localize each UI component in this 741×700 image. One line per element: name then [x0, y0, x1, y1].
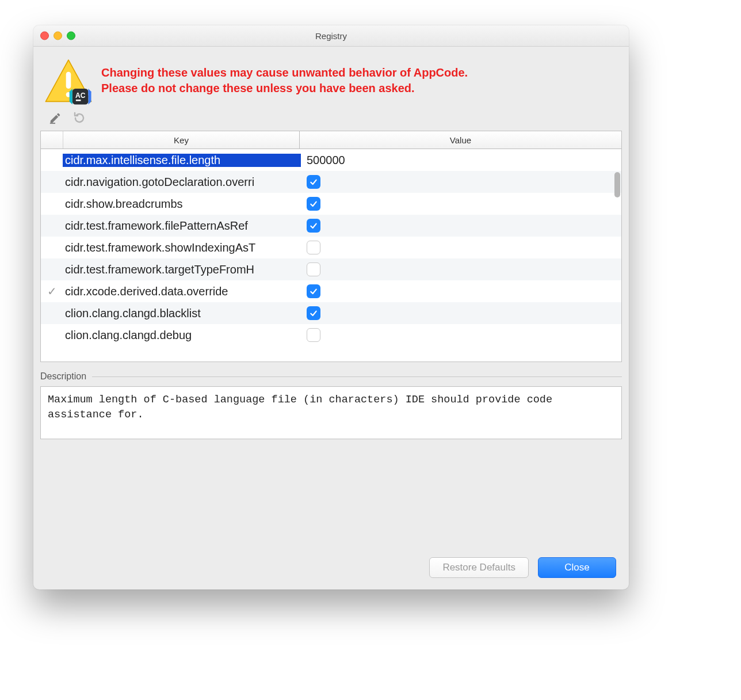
registry-key[interactable]: cidr.navigation.gotoDeclaration.overri: [63, 176, 301, 189]
value-checkbox[interactable]: [307, 241, 320, 254]
window-controls: [40, 32, 75, 40]
registry-value[interactable]: 500000: [301, 154, 621, 167]
table-row[interactable]: cidr.show.breadcrumbs: [41, 193, 621, 215]
table-row[interactable]: cidr.test.framework.targetTypeFromH: [41, 258, 621, 280]
value-checkbox[interactable]: [307, 328, 320, 342]
value-checkbox[interactable]: [307, 262, 320, 276]
table-row[interactable]: cidr.navigation.gotoDeclaration.overri: [41, 171, 621, 193]
edit-button[interactable]: [48, 111, 62, 125]
value-checkbox[interactable]: [307, 175, 320, 189]
registry-value[interactable]: [301, 241, 621, 254]
restore-defaults-button[interactable]: Restore Defaults: [429, 557, 529, 578]
registry-value[interactable]: [301, 284, 621, 298]
header-marker: [41, 131, 63, 149]
titlebar: Registry: [33, 25, 629, 47]
registry-window: Registry AC Changi: [33, 25, 629, 589]
warning-line-2: Please do not change these unless you ha…: [101, 82, 415, 94]
check-icon: ✓: [47, 286, 57, 297]
modified-marker: ✓: [41, 286, 63, 297]
zoom-window-button[interactable]: [67, 32, 75, 40]
svg-rect-5: [76, 100, 81, 101]
value-checkbox[interactable]: [307, 306, 320, 320]
dialog-footer: Restore Defaults Close: [33, 547, 629, 589]
registry-key[interactable]: cidr.xcode.derived.data.override: [63, 285, 301, 298]
registry-key[interactable]: cidr.test.framework.filePatternAsRef: [63, 219, 301, 233]
svg-marker-7: [88, 89, 91, 105]
window-title: Registry: [315, 31, 347, 41]
registry-value[interactable]: [301, 328, 621, 342]
warning-line-1: Changing these values may cause unwanted…: [101, 66, 468, 79]
registry-key[interactable]: clion.clang.clangd.debug: [63, 329, 301, 342]
svg-rect-8: [50, 123, 55, 124]
close-button[interactable]: Close: [538, 557, 616, 578]
value-checkbox[interactable]: [307, 219, 320, 233]
table-body[interactable]: cidr.max.intellisense.file.length500000c…: [41, 149, 621, 362]
registry-key[interactable]: cidr.test.framework.showIndexingAsT: [63, 241, 301, 254]
value-checkbox[interactable]: [307, 284, 320, 298]
warning-text: Changing these values may cause unwanted…: [101, 65, 468, 96]
description-label: Description: [40, 371, 86, 382]
table-header: Key Value: [41, 131, 621, 149]
revert-button[interactable]: [72, 111, 86, 125]
value-checkbox[interactable]: [307, 197, 320, 211]
scrollbar-thumb[interactable]: [614, 172, 620, 197]
table-row[interactable]: cidr.test.framework.filePatternAsRef: [41, 215, 621, 237]
registry-key[interactable]: clion.clang.clangd.blacklist: [63, 307, 301, 320]
registry-value[interactable]: [301, 306, 621, 320]
registry-key[interactable]: cidr.test.framework.targetTypeFromH: [63, 263, 301, 276]
table-row[interactable]: ✓cidr.xcode.derived.data.override: [41, 280, 621, 302]
registry-value[interactable]: [301, 175, 621, 189]
close-window-button[interactable]: [40, 32, 49, 40]
warning-header: AC Changing these values may cause unwan…: [33, 47, 629, 109]
table-row[interactable]: cidr.test.framework.showIndexingAsT: [41, 237, 621, 258]
svg-rect-2: [66, 72, 71, 89]
svg-text:AC: AC: [75, 92, 86, 100]
registry-table[interactable]: Key Value cidr.max.intellisense.file.len…: [40, 131, 622, 362]
registry-key[interactable]: cidr.max.intellisense.file.length: [63, 154, 301, 167]
description-section: Description Maximum length of C-based la…: [40, 371, 622, 439]
toolbar: [33, 109, 629, 128]
minimize-window-button[interactable]: [54, 32, 62, 40]
registry-value[interactable]: [301, 197, 621, 211]
table-row[interactable]: clion.clang.clangd.debug: [41, 324, 621, 346]
registry-key[interactable]: cidr.show.breadcrumbs: [63, 197, 301, 211]
header-key[interactable]: Key: [63, 131, 300, 149]
description-text: Maximum length of C-based language file …: [40, 386, 622, 439]
header-value[interactable]: Value: [300, 131, 621, 149]
table-row[interactable]: cidr.max.intellisense.file.length500000: [41, 149, 621, 171]
registry-value[interactable]: [301, 262, 621, 276]
table-row[interactable]: clion.clang.clangd.blacklist: [41, 302, 621, 324]
warning-icon: AC: [44, 57, 93, 106]
separator: [92, 376, 622, 377]
registry-value[interactable]: [301, 219, 621, 233]
